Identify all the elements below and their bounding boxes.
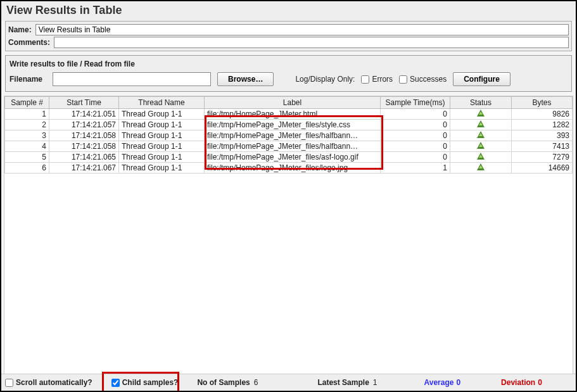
child-samples-checkbox-wrap[interactable]: Child samples? [111,378,182,387]
cell-start: 17:14:21.058 [49,130,119,141]
page-title: View Results in Table [6,4,122,16]
cell-status [450,152,512,163]
cell-status [450,109,512,120]
cell-sample: 6 [5,163,49,174]
file-io-legend: Write results to file / Read from file [10,60,567,68]
cell-start: 17:14:21.067 [49,163,119,174]
configure-button[interactable]: Configure [453,72,510,86]
num-samples-value: 6 [254,378,258,387]
file-io-group: Write results to file / Read from file F… [5,55,572,92]
cell-sample: 1 [5,109,49,120]
results-table: Sample # Start Time Thread Name Label Sa… [4,96,573,174]
view-results-window: View Results in Table Name: Comments: Wr… [0,0,577,392]
col-start[interactable]: Start Time [49,97,119,109]
col-sample[interactable]: Sample # [5,97,49,109]
cell-status [450,141,512,152]
cell-thread: Thread Group 1-1 [119,163,205,174]
table-row[interactable]: 517:14:21.065Thread Group 1-1file:/tmp/H… [5,152,573,163]
scroll-auto-checkbox-wrap[interactable]: Scroll automatically? [5,378,96,387]
success-icon [477,110,485,117]
cell-bytes: 393 [512,130,573,141]
cell-sample: 5 [5,152,49,163]
table-row[interactable]: 117:14:21.051Thread Group 1-1file:/tmp/H… [5,109,573,120]
cell-sample: 3 [5,130,49,141]
cell-label: file:/tmp/HomePage_JMeter_files/halfbann… [205,130,381,141]
cell-sample: 4 [5,141,49,152]
deviation-value: 0 [538,378,542,387]
log-display-label: Log/Display Only: [295,75,355,84]
filename-label: Filename [10,75,42,84]
num-samples-label: No of Samples [197,378,250,387]
successes-checkbox-wrap[interactable]: Successes [399,75,447,84]
cell-start: 17:14:21.051 [49,109,119,120]
cell-bytes: 9826 [512,109,573,120]
cell-thread: Thread Group 1-1 [119,120,205,130]
col-stime[interactable]: Sample Time(ms) [381,97,450,109]
cell-label: file:/tmp/HomePage_JMeter_files/asf-logo… [205,152,381,163]
cell-label: file:/tmp/HomePage_JMeter_files/style.cs… [205,120,381,130]
latest-sample-label: Latest Sample [317,378,369,387]
cell-stime: 0 [381,120,450,130]
average-label: Average [424,378,454,387]
success-icon [477,142,485,149]
cell-stime: 0 [381,130,450,141]
errors-label: Errors [372,75,393,84]
scroll-auto-checkbox[interactable] [5,379,13,387]
cell-status [450,163,512,174]
cell-sample: 2 [5,120,49,130]
cell-start: 17:14:21.057 [49,120,119,130]
success-icon [477,131,485,138]
col-label[interactable]: Label [205,97,381,109]
table-row[interactable]: 617:14:21.067Thread Group 1-1file:/tmp/H… [5,163,573,174]
name-input[interactable] [35,24,569,35]
cell-thread: Thread Group 1-1 [119,109,205,120]
table-header-row: Sample # Start Time Thread Name Label Sa… [5,97,573,109]
col-bytes[interactable]: Bytes [512,97,573,109]
latest-sample-value: 1 [373,378,377,387]
comments-label: Comments: [8,38,50,47]
comments-input[interactable] [54,37,569,48]
cell-thread: Thread Group 1-1 [119,152,205,163]
footer-bar: Scroll automatically? Child samples? No … [1,374,576,391]
results-table-area: Sample # Start Time Thread Name Label Sa… [4,96,573,374]
cell-stime: 0 [381,109,450,120]
child-samples-checkbox[interactable] [111,379,120,387]
cell-label: file:/tmp/HomePage_JMeter_files/logo.jpg [205,163,381,174]
cell-thread: Thread Group 1-1 [119,130,205,141]
table-row[interactable]: 217:14:21.057Thread Group 1-1file:/tmp/H… [5,120,573,130]
cell-bytes: 1282 [512,120,573,130]
cell-thread: Thread Group 1-1 [119,141,205,152]
cell-stime: 1 [381,163,450,174]
cell-bytes: 7413 [512,141,573,152]
cell-label: file:/tmp/HomePage_JMeter_files/halfbann… [205,141,381,152]
successes-checkbox[interactable] [399,75,407,84]
successes-label: Successes [410,75,447,84]
average-value: 0 [456,378,460,387]
col-thread[interactable]: Thread Name [119,97,205,109]
title-bar: View Results in Table [1,1,576,21]
cell-stime: 0 [381,141,450,152]
cell-stime: 0 [381,152,450,163]
table-row[interactable]: 317:14:21.058Thread Group 1-1file:/tmp/H… [5,130,573,141]
success-icon [477,120,485,127]
cell-bytes: 14669 [512,163,573,174]
filename-input[interactable] [53,72,211,86]
name-comments-group: Name: Comments: [5,21,572,51]
cell-status [450,130,512,141]
cell-bytes: 7279 [512,152,573,163]
errors-checkbox[interactable] [361,75,369,84]
cell-start: 17:14:21.065 [49,152,119,163]
table-row[interactable]: 417:14:21.058Thread Group 1-1file:/tmp/H… [5,141,573,152]
success-icon [477,163,485,170]
browse-button[interactable]: Browse… [217,72,274,86]
scroll-auto-label: Scroll automatically? [16,378,92,387]
child-samples-label: Child samples? [122,378,179,387]
success-icon [477,153,485,160]
cell-start: 17:14:21.058 [49,141,119,152]
col-status[interactable]: Status [450,97,512,109]
deviation-label: Deviation [501,378,535,387]
name-label: Name: [8,25,32,34]
cell-status [450,120,512,130]
cell-label: file:/tmp/HomePage_JMeter.html [205,109,381,120]
errors-checkbox-wrap[interactable]: Errors [361,75,393,84]
